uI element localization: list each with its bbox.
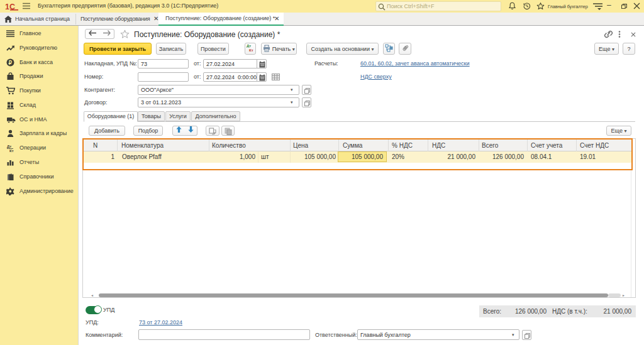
svg-text:Кт: Кт [9,149,14,153]
svg-text:₽: ₽ [9,60,13,66]
svg-text:Кт: Кт [249,48,253,52]
svg-text:Дт: Дт [247,44,251,48]
svg-text:Дт: Дт [7,145,11,148]
